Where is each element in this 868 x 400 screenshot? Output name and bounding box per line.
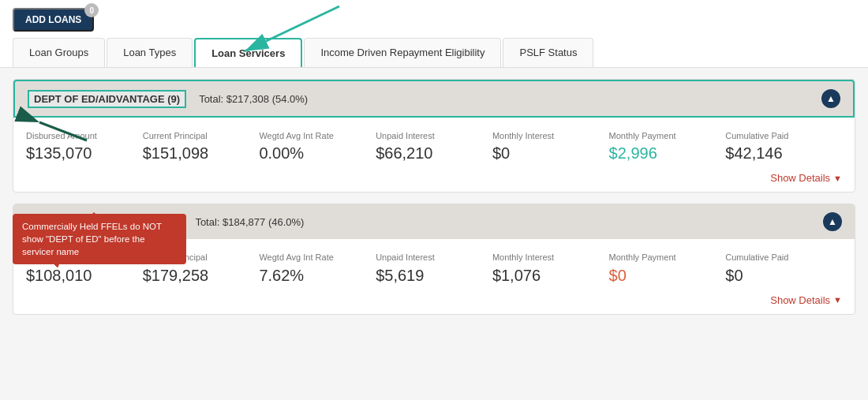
label-payment-1: Monthly Payment [609,130,726,141]
label-disbursed-1: Disbursed Amount [26,130,143,141]
show-details-text-1: Show Details [770,172,830,184]
servicer-card-dept-ed: DEPT OF ED/AIDVANTAGE (9) Total: $217,30… [13,79,855,193]
servicer-header-dept-ed: DEPT OF ED/AIDVANTAGE (9) Total: $217,30… [13,80,855,118]
value-unpaid-2: $5,619 [376,267,492,285]
label-cumulative-2: Cumulative Paid [725,252,842,263]
value-monthly-interest-1: $0 [492,144,609,163]
label-unpaid-1: Unpaid Interest [376,130,492,141]
add-loans-badge: 0 [84,3,99,17]
servicer-name-dept-ed: DEPT OF ED/AIDVANTAGE (9) [28,90,186,108]
data-cell-rate-1: Wegtd Avg Int Rate 0.00% [259,130,376,163]
add-loans-button[interactable]: ADD LOANS 0 [13,8,94,32]
value-disbursed-2: $108,010 [26,267,143,285]
tab-loan-types[interactable]: Loan Types [107,38,193,67]
show-details-text-2: Show Details [770,294,830,306]
label-payment-2: Monthly Payment [609,252,726,263]
data-cell-disbursed-1: Disbursed Amount $135,070 [26,130,143,163]
tab-pslf-status[interactable]: PSLF Status [503,38,593,67]
label-unpaid-2: Unpaid Interest [376,252,492,263]
servicer-header-left: DEPT OF ED/AIDVANTAGE (9) Total: $217,30… [28,90,308,108]
data-cell-principal-1: Current Principal $151,098 [143,130,260,163]
servicer-total-navient: Total: $184,877 (46.0%) [195,216,304,228]
value-unpaid-1: $66,210 [376,144,492,163]
label-rate-2: Wegtd Avg Int Rate [259,252,376,263]
value-payment-1: $2,996 [609,144,726,163]
main-content: DEPT OF ED/AIDVANTAGE (9) Total: $217,30… [0,68,868,337]
tab-income-driven[interactable]: Income Driven Repayment Eligibility [304,38,501,67]
value-cumulative-1: $42,146 [725,144,842,163]
label-monthly-interest-1: Monthly Interest [492,130,609,141]
chevron-down-icon-1: ▼ [833,174,842,183]
value-disbursed-1: $135,070 [26,144,143,163]
top-bar: ADD LOANS 0 Loan Groups Loan Types Loan … [0,0,868,68]
collapse-btn-dept-ed[interactable]: ▲ [821,89,840,108]
data-cell-cumulative-1: Cumulative Paid $42,146 [725,130,842,163]
servicer-total-dept-ed: Total: $217,308 (54.0%) [199,93,308,105]
show-details-row-1: Show Details ▼ [13,169,855,192]
tooltip-box: Commercially Held FFELs do NOT show "DEP… [13,214,186,264]
data-cell-monthly-interest-1: Monthly Interest $0 [492,130,609,163]
value-principal-1: $151,098 [143,144,260,163]
add-loans-label: ADD LOANS [25,14,81,25]
data-cell-cumulative-2: Cumulative Paid $0 [725,252,842,284]
show-details-row-2: Show Details ▼ [13,291,855,314]
show-details-link-2[interactable]: Show Details ▼ [770,294,842,306]
chevron-up-icon-2: ▲ [828,216,837,227]
value-principal-2: $179,258 [143,267,260,285]
data-cell-monthly-interest-2: Monthly Interest $1,076 [492,252,609,284]
label-rate-1: Wegtd Avg Int Rate [259,130,376,141]
collapse-btn-navient[interactable]: ▲ [823,212,842,231]
data-cell-payment-1: Monthly Payment $2,996 [609,130,726,163]
tab-loan-servicers[interactable]: Loan Servicers [194,38,302,67]
tabs-container: Loan Groups Loan Types Loan Servicers In… [13,38,855,67]
chevron-down-icon-2: ▼ [833,295,842,305]
label-cumulative-1: Cumulative Paid [725,130,842,141]
data-row-dept-ed: Disbursed Amount $135,070 Current Princi… [13,118,855,169]
tooltip-text: Commercially Held FFELs do NOT show "DEP… [22,222,162,256]
tab-loan-groups[interactable]: Loan Groups [13,38,105,67]
value-monthly-interest-2: $1,076 [492,267,609,285]
data-cell-rate-2: Wegtd Avg Int Rate 7.62% [259,252,376,284]
value-cumulative-2: $0 [725,267,842,285]
data-cell-unpaid-2: Unpaid Interest $5,619 [376,252,492,284]
value-rate-2: 7.62% [259,267,376,285]
show-details-link-1[interactable]: Show Details ▼ [770,172,842,184]
data-cell-payment-2: Monthly Payment $0 [609,252,726,284]
value-rate-1: 0.00% [259,144,376,163]
value-payment-2: $0 [609,267,726,285]
label-monthly-interest-2: Monthly Interest [492,252,609,263]
chevron-up-icon: ▲ [826,93,836,104]
data-cell-unpaid-1: Unpaid Interest $66,210 [376,130,492,163]
label-principal-1: Current Principal [143,130,260,141]
